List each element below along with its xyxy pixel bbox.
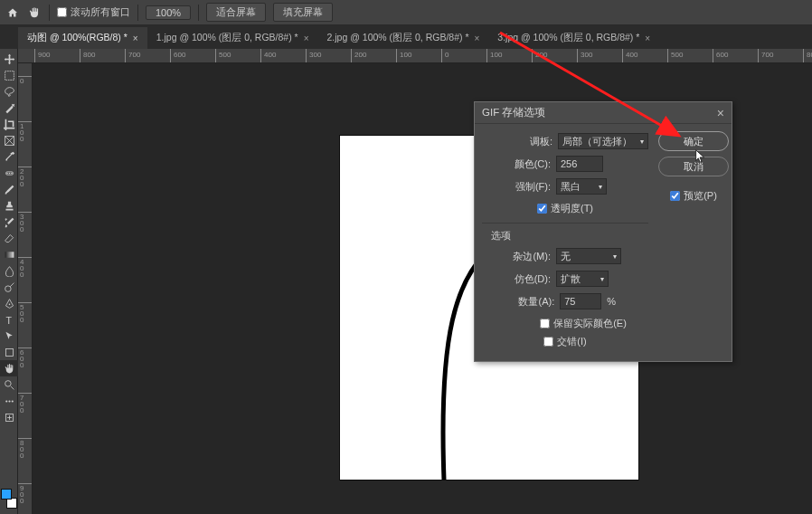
close-icon[interactable]: × [304, 33, 309, 43]
foreground-swatch[interactable] [1, 489, 12, 500]
transparency-checkbox[interactable]: 透明度(T) [482, 199, 648, 217]
chevron-down-icon: ▾ [599, 183, 602, 191]
chevron-down-icon: ▾ [613, 252, 617, 261]
history-brush-tool-icon[interactable] [0, 214, 18, 230]
colors-input[interactable]: 256 [556, 156, 603, 172]
close-icon[interactable]: × [133, 33, 138, 43]
dialog-title: GIF 存储选项 [482, 106, 545, 119]
eraser-tool-icon[interactable] [0, 230, 18, 246]
svg-point-7 [11, 172, 13, 174]
svg-text:T: T [5, 314, 12, 325]
heal-tool-icon[interactable] [0, 165, 18, 181]
more-tools-icon[interactable] [0, 393, 18, 409]
gif-save-options-dialog: GIF 存储选项 × 调板: 局部（可选择）▾ 颜色(C): 256 强制(F)… [474, 101, 732, 362]
gradient-tool-icon[interactable] [0, 246, 18, 262]
pen-tool-icon[interactable] [0, 295, 18, 311]
forced-label: 强制(F): [515, 180, 551, 194]
svg-point-10 [8, 303, 10, 305]
amount-input[interactable]: 75 [560, 293, 601, 309]
svg-point-14 [5, 400, 7, 402]
preserve-exact-colors-checkbox[interactable]: 保留实际颜色(E) [482, 314, 648, 332]
doc-tab-label: 3.jpg @ 100% (图层 0, RGB/8#) * [497, 32, 639, 44]
svg-point-16 [11, 400, 13, 402]
doc-tab-label: 1.jpg @ 100% (图层 0, RGB/8#) * [156, 32, 298, 44]
matte-select[interactable]: 无▾ [556, 248, 621, 264]
tool-strip: T [0, 49, 18, 514]
cancel-button[interactable]: 取消 [658, 157, 729, 176]
dialog-titlebar[interactable]: GIF 存储选项 × [475, 102, 732, 124]
dither-label: 仿色(D): [515, 272, 551, 286]
amount-label: 数量(A): [518, 295, 554, 309]
home-icon[interactable] [5, 5, 20, 20]
chevron-down-icon: ▾ [640, 138, 644, 146]
doc-tab-label: 动图 @ 100%(RGB/8) * [27, 32, 127, 44]
dither-select[interactable]: 扩散▾ [556, 271, 609, 287]
move-tool-icon[interactable] [0, 51, 18, 67]
color-swatches[interactable] [1, 489, 17, 509]
zoom-tool-icon[interactable] [0, 376, 18, 393]
wand-tool-icon[interactable] [0, 100, 18, 116]
palette-select[interactable]: 局部（可选择）▾ [558, 133, 648, 149]
svg-rect-12 [5, 348, 13, 356]
ok-button[interactable]: 确定 [658, 131, 729, 151]
separator [137, 5, 138, 21]
hand-tool-icon[interactable] [0, 360, 18, 376]
doc-tab[interactable]: 1.jpg @ 100% (图层 0, RGB/8#) * × [147, 27, 318, 49]
svg-point-13 [5, 380, 11, 386]
colors-label: 颜色(C): [515, 157, 551, 171]
doc-tab-label: 2.jpg @ 100% (图层 0, RGB/8#) * [327, 32, 469, 44]
doc-tab[interactable]: 2.jpg @ 100% (图层 0, RGB/8#) * × [318, 27, 489, 49]
scroll-all-windows-checkbox[interactable]: 滚动所有窗口 [57, 5, 130, 19]
close-icon[interactable]: × [645, 33, 650, 43]
svg-rect-8 [5, 252, 14, 258]
svg-point-5 [6, 172, 8, 174]
blur-tool-icon[interactable] [0, 262, 18, 279]
crop-tool-icon[interactable] [0, 116, 18, 132]
edit-toolbar-icon[interactable] [0, 409, 18, 425]
svg-rect-0 [5, 71, 14, 80]
shape-tool-icon[interactable] [0, 344, 18, 360]
doc-tab-active[interactable]: 动图 @ 100%(RGB/8) * × [18, 27, 147, 49]
matte-label: 杂边(M): [513, 250, 551, 263]
dodge-tool-icon[interactable] [0, 279, 18, 295]
lasso-tool-icon[interactable] [0, 83, 18, 100]
fit-screen-button[interactable]: 适合屏幕 [206, 3, 266, 22]
option-bar: 滚动所有窗口 100% 适合屏幕 填充屏幕 [0, 0, 812, 25]
brush-tool-icon[interactable] [0, 181, 18, 197]
separator [198, 5, 199, 21]
close-icon[interactable]: × [717, 106, 724, 120]
eyedropper-tool-icon[interactable] [0, 148, 18, 165]
type-tool-icon[interactable]: T [0, 311, 18, 328]
separator [49, 5, 50, 21]
path-select-tool-icon[interactable] [0, 328, 18, 344]
hand-tool-icon[interactable] [27, 5, 42, 20]
chevron-down-icon: ▾ [600, 275, 604, 283]
svg-point-6 [8, 172, 10, 174]
stamp-tool-icon[interactable] [0, 197, 18, 214]
interlace-checkbox[interactable]: 交错(I) [482, 332, 648, 350]
palette-label: 调板: [530, 135, 552, 148]
close-icon[interactable]: × [475, 33, 480, 43]
svg-point-9 [5, 285, 11, 291]
marquee-tool-icon[interactable] [0, 67, 18, 83]
zoom-level[interactable]: 100% [146, 5, 191, 20]
amount-suffix: % [607, 296, 616, 307]
document-tab-bar: 动图 @ 100%(RGB/8) * × 1.jpg @ 100% (图层 0,… [0, 25, 812, 49]
vertical-ruler: 01 0 02 0 03 0 04 0 05 0 06 0 07 0 08 0 … [18, 63, 33, 514]
frame-tool-icon[interactable] [0, 132, 18, 148]
forced-select[interactable]: 黑白▾ [556, 178, 607, 195]
preview-checkbox[interactable]: 预览(P) [670, 189, 717, 203]
horizontal-ruler: 9008007006005004003002001000100200300400… [18, 49, 812, 63]
doc-tab[interactable]: 3.jpg @ 100% (图层 0, RGB/8#) * × [488, 27, 659, 49]
svg-point-15 [8, 400, 10, 402]
fill-screen-button[interactable]: 填充屏幕 [273, 3, 333, 22]
options-section-title: 选项 [491, 229, 648, 243]
